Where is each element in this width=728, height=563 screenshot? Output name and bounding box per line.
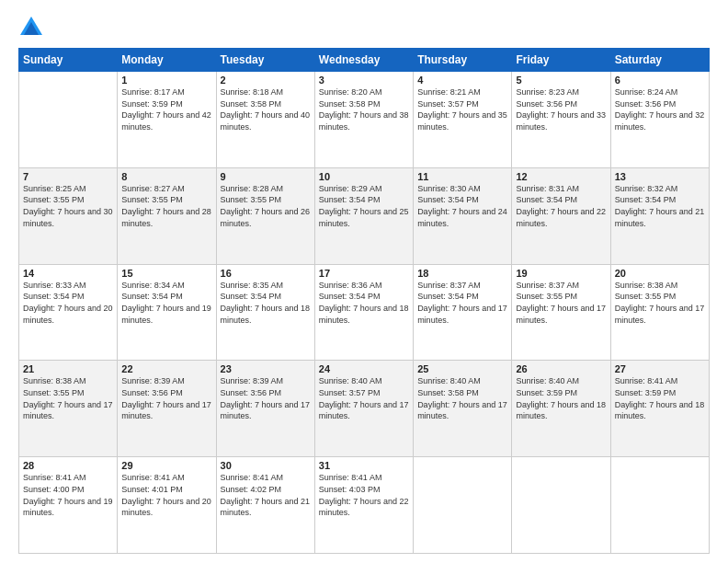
week-row-2: 7 Sunrise: 8:25 AMSunset: 3:55 PMDayligh…	[19, 167, 710, 264]
day-number: 9	[221, 171, 311, 182]
day-number: 10	[319, 171, 409, 182]
calendar-cell: 25 Sunrise: 8:40 AMSunset: 3:58 PMDaylig…	[414, 361, 512, 457]
calendar-cell: 1 Sunrise: 8:17 AMSunset: 3:59 PMDayligh…	[118, 72, 216, 168]
calendar-cell: 13 Sunrise: 8:32 AMSunset: 3:54 PMDaylig…	[610, 167, 709, 264]
day-info: Sunrise: 8:33 AMSunset: 3:54 PMDaylight:…	[23, 281, 113, 325]
day-number: 19	[516, 268, 606, 279]
weekday-header-tuesday: Tuesday	[216, 49, 314, 72]
day-number: 6	[615, 75, 705, 86]
day-info: Sunrise: 8:41 AMSunset: 3:59 PMDaylight:…	[615, 376, 705, 420]
day-info: Sunrise: 8:29 AMSunset: 3:54 PMDaylight:…	[319, 184, 409, 228]
weekday-header-saturday: Saturday	[610, 49, 709, 72]
day-number: 5	[516, 75, 606, 86]
day-info: Sunrise: 8:37 AMSunset: 3:54 PMDaylight:…	[417, 281, 507, 325]
logo-icon	[18, 15, 44, 40]
day-number: 13	[615, 171, 705, 182]
day-info: Sunrise: 8:23 AMSunset: 3:56 PMDaylight:…	[516, 87, 606, 132]
day-info: Sunrise: 8:31 AMSunset: 3:54 PMDaylight:…	[516, 184, 606, 228]
day-info: Sunrise: 8:37 AMSunset: 3:55 PMDaylight:…	[516, 281, 606, 325]
day-number: 3	[319, 75, 409, 86]
header	[18, 15, 710, 40]
calendar-cell	[610, 457, 709, 554]
calendar-cell: 8 Sunrise: 8:27 AMSunset: 3:55 PMDayligh…	[118, 167, 216, 264]
day-number: 26	[516, 363, 606, 374]
day-info: Sunrise: 8:38 AMSunset: 3:55 PMDaylight:…	[23, 376, 113, 420]
day-number: 27	[615, 363, 705, 374]
day-info: Sunrise: 8:34 AMSunset: 3:54 PMDaylight:…	[121, 281, 211, 325]
day-number: 17	[319, 268, 409, 279]
calendar-cell: 5 Sunrise: 8:23 AMSunset: 3:56 PMDayligh…	[512, 72, 610, 168]
calendar-cell: 7 Sunrise: 8:25 AMSunset: 3:55 PMDayligh…	[19, 167, 118, 264]
day-number: 2	[221, 75, 311, 86]
day-info: Sunrise: 8:32 AMSunset: 3:54 PMDaylight:…	[615, 184, 705, 228]
weekday-header-row: SundayMondayTuesdayWednesdayThursdayFrid…	[19, 49, 710, 72]
calendar-cell	[414, 457, 512, 554]
day-number: 29	[121, 460, 211, 471]
day-number: 7	[23, 171, 113, 182]
day-info: Sunrise: 8:28 AMSunset: 3:55 PMDaylight:…	[221, 184, 311, 228]
day-info: Sunrise: 8:36 AMSunset: 3:54 PMDaylight:…	[319, 281, 409, 325]
calendar-cell: 10 Sunrise: 8:29 AMSunset: 3:54 PMDaylig…	[314, 167, 413, 264]
day-info: Sunrise: 8:27 AMSunset: 3:55 PMDaylight:…	[121, 184, 211, 228]
logo	[18, 15, 48, 40]
day-number: 24	[319, 363, 409, 374]
day-number: 20	[615, 268, 705, 279]
calendar-cell: 26 Sunrise: 8:40 AMSunset: 3:59 PMDaylig…	[512, 361, 610, 457]
day-info: Sunrise: 8:35 AMSunset: 3:54 PMDaylight:…	[221, 281, 311, 325]
day-info: Sunrise: 8:41 AMSunset: 4:03 PMDaylight:…	[319, 473, 409, 517]
calendar-cell: 12 Sunrise: 8:31 AMSunset: 3:54 PMDaylig…	[512, 167, 610, 264]
calendar-cell: 6 Sunrise: 8:24 AMSunset: 3:56 PMDayligh…	[610, 72, 709, 168]
calendar-cell: 17 Sunrise: 8:36 AMSunset: 3:54 PMDaylig…	[314, 264, 413, 361]
calendar-cell: 11 Sunrise: 8:30 AMSunset: 3:54 PMDaylig…	[414, 167, 512, 264]
weekday-header-monday: Monday	[118, 49, 216, 72]
calendar-table: SundayMondayTuesdayWednesdayThursdayFrid…	[18, 48, 710, 554]
day-number: 18	[417, 268, 507, 279]
day-info: Sunrise: 8:38 AMSunset: 3:55 PMDaylight:…	[615, 281, 705, 325]
calendar-cell: 21 Sunrise: 8:38 AMSunset: 3:55 PMDaylig…	[19, 361, 118, 457]
day-info: Sunrise: 8:20 AMSunset: 3:58 PMDaylight:…	[319, 87, 409, 132]
day-info: Sunrise: 8:39 AMSunset: 3:56 PMDaylight:…	[221, 376, 311, 420]
day-info: Sunrise: 8:21 AMSunset: 3:57 PMDaylight:…	[417, 87, 507, 132]
calendar-cell: 3 Sunrise: 8:20 AMSunset: 3:58 PMDayligh…	[314, 72, 413, 168]
day-number: 30	[221, 460, 311, 471]
day-number: 14	[23, 268, 113, 279]
day-info: Sunrise: 8:17 AMSunset: 3:59 PMDaylight:…	[121, 87, 211, 132]
day-info: Sunrise: 8:40 AMSunset: 3:58 PMDaylight:…	[417, 376, 507, 420]
calendar-cell: 28 Sunrise: 8:41 AMSunset: 4:00 PMDaylig…	[19, 457, 118, 554]
day-number: 31	[319, 460, 409, 471]
day-info: Sunrise: 8:41 AMSunset: 4:02 PMDaylight:…	[221, 473, 311, 517]
day-info: Sunrise: 8:39 AMSunset: 3:56 PMDaylight:…	[121, 376, 211, 420]
calendar-cell: 31 Sunrise: 8:41 AMSunset: 4:03 PMDaylig…	[314, 457, 413, 554]
day-info: Sunrise: 8:41 AMSunset: 4:00 PMDaylight:…	[23, 473, 113, 517]
day-number: 4	[417, 75, 507, 86]
day-number: 1	[121, 75, 211, 86]
day-number: 21	[23, 363, 113, 374]
day-number: 25	[417, 363, 507, 374]
day-number: 11	[417, 171, 507, 182]
calendar-cell: 20 Sunrise: 8:38 AMSunset: 3:55 PMDaylig…	[610, 264, 709, 361]
day-number: 22	[121, 363, 211, 374]
weekday-header-thursday: Thursday	[414, 49, 512, 72]
calendar-cell	[512, 457, 610, 554]
day-number: 8	[121, 171, 211, 182]
week-row-1: 1 Sunrise: 8:17 AMSunset: 3:59 PMDayligh…	[19, 72, 710, 168]
calendar-cell: 4 Sunrise: 8:21 AMSunset: 3:57 PMDayligh…	[414, 72, 512, 168]
weekday-header-wednesday: Wednesday	[314, 49, 413, 72]
calendar-cell: 9 Sunrise: 8:28 AMSunset: 3:55 PMDayligh…	[216, 167, 314, 264]
calendar-cell: 2 Sunrise: 8:18 AMSunset: 3:58 PMDayligh…	[216, 72, 314, 168]
day-number: 12	[516, 171, 606, 182]
day-info: Sunrise: 8:41 AMSunset: 4:01 PMDaylight:…	[121, 473, 211, 517]
weekday-header-friday: Friday	[512, 49, 610, 72]
weekday-header-sunday: Sunday	[19, 49, 118, 72]
week-row-3: 14 Sunrise: 8:33 AMSunset: 3:54 PMDaylig…	[19, 264, 710, 361]
day-number: 23	[221, 363, 311, 374]
calendar-cell: 19 Sunrise: 8:37 AMSunset: 3:55 PMDaylig…	[512, 264, 610, 361]
day-info: Sunrise: 8:25 AMSunset: 3:55 PMDaylight:…	[23, 184, 113, 228]
calendar-cell	[19, 72, 118, 168]
day-info: Sunrise: 8:24 AMSunset: 3:56 PMDaylight:…	[615, 87, 705, 132]
calendar-cell: 27 Sunrise: 8:41 AMSunset: 3:59 PMDaylig…	[610, 361, 709, 457]
calendar-cell: 23 Sunrise: 8:39 AMSunset: 3:56 PMDaylig…	[216, 361, 314, 457]
day-info: Sunrise: 8:18 AMSunset: 3:58 PMDaylight:…	[221, 87, 311, 132]
day-number: 28	[23, 460, 113, 471]
page: SundayMondayTuesdayWednesdayThursdayFrid…	[0, 0, 728, 563]
